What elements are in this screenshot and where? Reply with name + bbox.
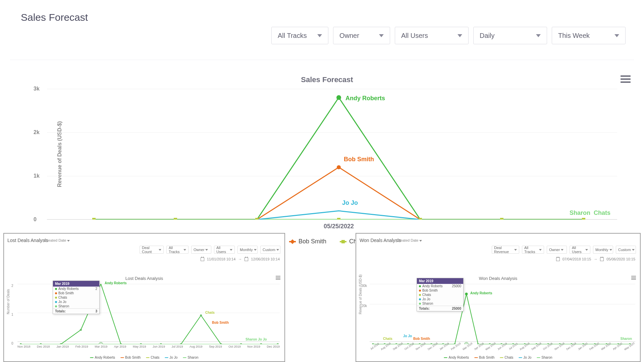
svg-rect-4 [419, 218, 422, 220]
svg-point-9 [20, 343, 22, 344]
filter-interval-label: Daily [480, 32, 494, 40]
lost-tooltip: Mar 2019 Andy Roberts2 Bob Smith Chats J… [53, 281, 100, 314]
svg-point-13 [99, 342, 103, 344]
svg-point-15 [140, 343, 142, 344]
svg-point-10 [40, 343, 42, 344]
chevron-down-icon [317, 34, 322, 37]
lost-legend: Andy Roberts Bob Smith Chats Jo Jo Sharo… [90, 356, 198, 359]
series-label-jojo: Jo Jo [342, 199, 358, 206]
svg-point-33 [477, 343, 479, 344]
chevron-down-icon [536, 34, 541, 37]
won-y-title: Revenue of Deals (USD-$) [359, 275, 362, 314]
lost-filters: Deal Count All Tracks Owner All Users Mo… [140, 246, 280, 254]
svg-point-30 [430, 343, 432, 344]
svg-rect-3 [337, 218, 340, 220]
chevron-down-icon [458, 34, 462, 37]
chevron-down-icon [379, 34, 384, 37]
svg-rect-0 [92, 218, 96, 220]
svg-point-28 [407, 343, 409, 344]
svg-point-27 [395, 343, 397, 344]
svg-point-31 [442, 343, 444, 344]
lost-date-to: 12/06/2019 10:14 [251, 257, 280, 261]
series-label-andy: Andy Roberts [345, 95, 385, 102]
svg-point-22 [277, 343, 279, 344]
filter-users[interactable]: All Users [395, 27, 469, 44]
lost-xticks: Nov 2018Dec 2018Jan 2019Feb 2019Mar 2019… [17, 345, 280, 348]
lost-deals-panel: Lost Deals Analysis Created Date Deal Co… [3, 233, 285, 362]
lost-filter-0[interactable]: Deal Count [140, 246, 164, 254]
y-tick-0: 0 [34, 217, 37, 223]
calendar-icon[interactable] [201, 257, 204, 261]
divider [10, 60, 634, 60]
y-tick-1k: 1k [34, 173, 40, 179]
won-chart-menu-icon[interactable] [631, 276, 636, 280]
y-tick-3k: 3k [34, 86, 40, 92]
won-chart-title: Won Deals Analysis [479, 276, 518, 281]
svg-rect-6 [582, 218, 585, 220]
won-tooltip: Mar 2019 Andy Roberts25000 Bob Smith Cha… [417, 278, 464, 311]
svg-point-14 [120, 343, 122, 344]
series-label-sharon-chats: Sharon Chats [570, 209, 610, 217]
calendar-icon[interactable] [600, 257, 604, 261]
won-date-to: 05/06/2020 10:15 [606, 257, 635, 261]
svg-point-29 [419, 343, 421, 344]
lost-filter-2[interactable]: Owner [191, 246, 211, 254]
won-filter-2[interactable]: Owner [547, 246, 567, 254]
series-label-bob: Bob Smith [344, 156, 374, 163]
y-tick-2k: 2k [34, 129, 40, 135]
legend-bob[interactable]: Bob Smith [289, 238, 326, 245]
x-axis-label: 05/25/2022 [324, 223, 354, 230]
lost-chart-title: Lost Deals Analysis [125, 276, 163, 281]
svg-rect-5 [500, 218, 503, 220]
chart-svg [47, 89, 617, 220]
lost-filter-4[interactable]: Monthly [237, 246, 258, 254]
lost-chart-menu-icon[interactable] [276, 276, 280, 280]
plot-area: Revenue of Deals (USD-$) 3k 2k 1k 0 [47, 89, 617, 220]
filter-users-label: All Users [401, 32, 428, 40]
filter-owner-label: Owner [339, 32, 359, 40]
won-xticks: Jul 2018Aug 2018Sep 2018Oct 2018Nov 2018… [370, 345, 635, 348]
filter-interval[interactable]: Daily [473, 27, 547, 44]
svg-rect-1 [174, 218, 177, 220]
calendar-icon[interactable] [245, 257, 248, 261]
won-filter-0[interactable]: Deal Revenue [492, 246, 519, 254]
chart-legend: Bob Smith Chats [289, 238, 365, 245]
won-filter-3[interactable]: All Users [570, 246, 590, 254]
chevron-down-icon [614, 34, 619, 37]
svg-point-23 [465, 293, 468, 295]
won-dates: 07/04/2018 10:15 → 05/06/2020 10:15 [556, 257, 635, 261]
chart-title: Sales Forecast [301, 75, 353, 84]
won-subtitle[interactable]: Created Date [396, 238, 422, 242]
svg-point-16 [160, 343, 162, 344]
won-plot: 30k 20k Andy Roberts Chats Jo Jo Bob Smi… [370, 284, 635, 344]
lost-filter-3[interactable]: All Users [214, 246, 235, 254]
chart-menu-icon[interactable] [621, 75, 631, 83]
filter-owner[interactable]: Owner [333, 27, 390, 44]
won-filter-5[interactable]: Custom [616, 246, 636, 254]
svg-point-18 [200, 314, 202, 316]
won-filter-1[interactable]: All Tracks [522, 246, 544, 254]
lost-filter-1[interactable]: All Tracks [166, 246, 189, 254]
calendar-icon[interactable] [556, 257, 560, 261]
sales-forecast-chart: Sales Forecast Revenue of Deals (USD-$) … [23, 75, 631, 250]
svg-point-12 [80, 329, 82, 331]
won-deals-panel: Won Deals Analysis Created Date Deal Rev… [356, 233, 641, 362]
page-title: Sales Forecast [21, 12, 88, 23]
won-legend: Andy Roberts Bob Smith Chats Jo Jo Sharo… [444, 356, 552, 359]
lost-y-title: Number of Deals [6, 289, 10, 314]
filter-tracks-label: All Tracks [278, 32, 307, 40]
svg-point-25 [372, 343, 374, 344]
lost-filter-5[interactable]: Custom [260, 246, 280, 254]
svg-point-35 [500, 343, 502, 344]
won-filter-4[interactable]: Monthly [593, 246, 613, 254]
chevron-down-icon [419, 240, 422, 242]
svg-point-20 [240, 343, 242, 344]
filter-range[interactable]: This Week [552, 27, 626, 44]
won-date-from: 07/04/2018 10:15 [562, 257, 591, 261]
svg-point-8 [337, 165, 341, 169]
filter-range-label: This Week [558, 32, 590, 40]
chevron-down-icon [67, 240, 70, 242]
lost-subtitle[interactable]: Created Date [44, 238, 70, 242]
won-title: Won Deals Analysis [360, 238, 401, 243]
filter-tracks[interactable]: All Tracks [271, 27, 328, 44]
